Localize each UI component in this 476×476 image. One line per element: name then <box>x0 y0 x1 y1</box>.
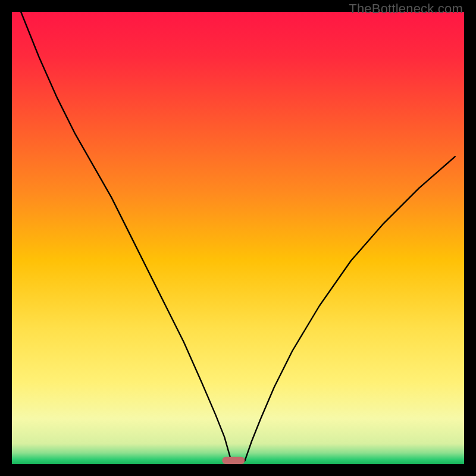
chart-frame: TheBottleneck.com <box>0 0 476 476</box>
plot-area <box>12 12 464 464</box>
marker-layer <box>222 457 245 464</box>
bottleneck-chart <box>12 12 464 464</box>
gradient-background <box>12 12 464 464</box>
watermark-text: TheBottleneck.com <box>349 1 463 17</box>
optimal-marker <box>222 457 245 464</box>
